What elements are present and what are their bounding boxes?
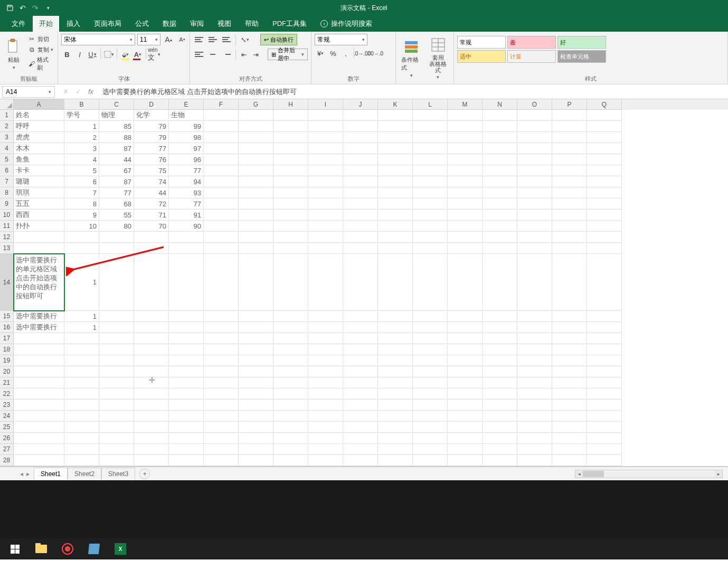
cell[interactable] [448, 455, 483, 466]
cell[interactable] [308, 243, 343, 254]
cell[interactable] [239, 132, 273, 143]
style-check[interactable]: 检查单元格 [557, 50, 606, 63]
percent-button[interactable]: % [327, 48, 339, 59]
decrease-decimal-button[interactable]: .00→.0 [369, 48, 381, 59]
cell[interactable] [483, 433, 517, 444]
align-right-button[interactable] [221, 49, 232, 60]
cell[interactable] [448, 221, 483, 232]
column-header[interactable]: K [378, 99, 413, 110]
cell[interactable] [308, 366, 343, 377]
start-button[interactable] [2, 538, 27, 559]
cell[interactable] [273, 132, 308, 143]
cell[interactable] [413, 176, 448, 187]
cell[interactable] [308, 333, 343, 344]
cell[interactable] [587, 176, 622, 187]
cell[interactable] [587, 322, 622, 333]
cell[interactable] [99, 232, 134, 243]
cell[interactable] [483, 243, 517, 254]
cell[interactable] [169, 333, 204, 344]
row-header[interactable]: 26 [0, 433, 14, 444]
row-header[interactable]: 2 [0, 121, 14, 132]
cell[interactable] [273, 221, 308, 232]
cell[interactable] [134, 377, 169, 388]
row-header[interactable]: 15 [0, 311, 14, 322]
cell[interactable] [378, 187, 413, 198]
underline-button[interactable]: U▾ [87, 49, 98, 60]
cell[interactable] [169, 311, 204, 322]
cell[interactable] [99, 333, 134, 344]
cell[interactable] [448, 232, 483, 243]
cell[interactable] [587, 455, 622, 466]
cell[interactable]: 91 [169, 210, 204, 221]
bold-button[interactable]: B [61, 49, 73, 60]
name-box[interactable]: A14▾ [2, 86, 55, 98]
cell[interactable] [448, 154, 483, 165]
cell[interactable] [552, 344, 587, 355]
cell[interactable] [14, 232, 64, 243]
cell[interactable]: 姓名 [14, 110, 64, 121]
cell[interactable] [552, 210, 587, 221]
cell[interactable] [343, 411, 378, 422]
cell[interactable]: 5 [64, 165, 99, 176]
cell[interactable] [552, 187, 587, 198]
cell[interactable] [308, 322, 343, 333]
cell[interactable] [308, 110, 343, 121]
cell[interactable] [483, 355, 517, 366]
cell[interactable] [552, 422, 587, 433]
cell[interactable] [273, 344, 308, 355]
cell[interactable] [204, 455, 239, 466]
cell[interactable] [378, 366, 413, 377]
cell[interactable]: 8 [64, 198, 99, 210]
cell[interactable] [413, 366, 448, 377]
cell[interactable] [169, 366, 204, 377]
cell[interactable] [483, 132, 517, 143]
cell[interactable] [413, 355, 448, 366]
qat-dropdown-icon[interactable]: ▾ [43, 3, 53, 13]
cell[interactable]: 71 [134, 210, 169, 221]
cell[interactable] [273, 143, 308, 154]
cell[interactable] [273, 198, 308, 210]
cell[interactable] [378, 322, 413, 333]
cell[interactable] [204, 333, 239, 344]
cell[interactable] [552, 198, 587, 210]
cell[interactable] [204, 210, 239, 221]
cell[interactable] [413, 433, 448, 444]
cell[interactable] [413, 455, 448, 466]
cell[interactable] [239, 377, 273, 388]
cell[interactable] [483, 311, 517, 322]
cell[interactable] [378, 221, 413, 232]
cell[interactable] [99, 355, 134, 366]
save-icon[interactable] [5, 3, 15, 13]
scroll-right-icon[interactable]: ▸ [715, 470, 722, 478]
cell[interactable] [273, 176, 308, 187]
cell[interactable] [134, 311, 169, 322]
cell[interactable] [517, 311, 552, 322]
cell[interactable]: 99 [169, 121, 204, 132]
column-header[interactable]: L [413, 99, 448, 110]
cell[interactable]: 选中需要换行 [14, 311, 64, 322]
cell[interactable] [308, 176, 343, 187]
cell[interactable] [483, 187, 517, 198]
cell[interactable] [273, 110, 308, 121]
cell[interactable]: 五五 [14, 198, 64, 210]
cell[interactable] [587, 132, 622, 143]
cell[interactable] [517, 366, 552, 377]
cell[interactable] [273, 400, 308, 411]
cell[interactable] [134, 400, 169, 411]
cell[interactable] [343, 121, 378, 132]
sheet-tab-2[interactable]: Sheet2 [68, 468, 101, 480]
orientation-button[interactable]: ⤡▾ [239, 34, 251, 45]
align-top-button[interactable] [193, 34, 205, 45]
cell[interactable] [413, 466, 448, 467]
cell[interactable] [413, 411, 448, 422]
cell[interactable]: 98 [169, 132, 204, 143]
column-header[interactable]: D [134, 99, 169, 110]
cell[interactable] [134, 411, 169, 422]
cell[interactable] [378, 121, 413, 132]
cell[interactable] [204, 311, 239, 322]
cell[interactable] [587, 366, 622, 377]
cell[interactable] [239, 333, 273, 344]
cell[interactable] [517, 333, 552, 344]
cell[interactable] [99, 377, 134, 388]
cell[interactable] [483, 422, 517, 433]
